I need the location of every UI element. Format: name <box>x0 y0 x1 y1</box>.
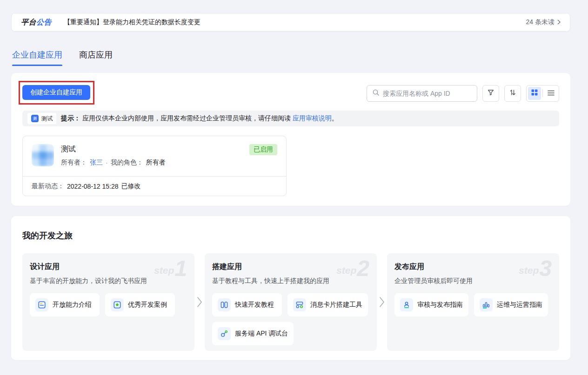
app-card[interactable]: 测试 所有者： 张三 · 我的角色： 所有者 已启用 最新动态： 2022-08… <box>22 136 287 196</box>
watermark-step-number: 3 <box>539 259 552 277</box>
search-icon <box>372 89 380 98</box>
status-badge-enabled: 已启用 <box>249 144 277 155</box>
ops-operation-guide-button[interactable]: 运维与运营指南 <box>474 293 548 316</box>
watermark-step-number: 1 <box>174 259 187 277</box>
step1-desc: 基于丰富的开放能力，设计我的飞书应用 <box>30 277 187 285</box>
view-toggle-group <box>526 85 559 102</box>
message-card-icon <box>293 298 306 311</box>
link-label: 消息卡片搭建工具 <box>310 301 362 309</box>
brand-dark-text: 平台 <box>21 18 36 26</box>
grid-view-icon <box>531 89 538 98</box>
open-capability-intro-button[interactable]: 开放能力介绍 <box>30 293 100 316</box>
step-chevron-icon <box>379 296 385 308</box>
step2-desc: 基于教程与工具，快速上手搭建我的应用 <box>212 277 369 285</box>
toolbar-controls <box>367 85 559 102</box>
step3-desc: 企业管理员审核后即可使用 <box>394 277 552 285</box>
link-label: 快速开发教程 <box>235 301 274 309</box>
toggle-divider <box>542 90 543 97</box>
meta-separator: · <box>106 159 108 166</box>
activity-time: 2022-08-12 15:28 <box>67 183 119 190</box>
step-card-design: step1 设计应用 基于丰富的开放能力，设计我的飞书应用 开放能力介绍 <box>22 253 194 351</box>
create-self-built-app-button[interactable]: 创建企业自建应用 <box>22 85 90 100</box>
review-guide-link[interactable]: 应用审核说明 <box>293 114 332 122</box>
tip-bar: 测 测试 提示： 应用仅供本企业内部使用，应用发布需经过企业管理员审核，请仔细阅… <box>22 111 559 126</box>
role-label: 我的角色： <box>111 158 143 167</box>
link-label: 开放能力介绍 <box>53 301 92 309</box>
step-card-publish: step3 发布应用 企业管理员审核后即可使用 审核与发布指南 <box>387 253 559 351</box>
activity-label: 最新动态： <box>32 182 64 191</box>
tab-self-built-apps[interactable]: 企业自建应用 <box>12 49 62 66</box>
activity-status: 已修改 <box>121 182 141 191</box>
step2-watermark: step2 <box>336 259 369 277</box>
journey-title: 我的开发之旅 <box>22 230 559 241</box>
test-app-chip: 测 测试 <box>27 113 56 124</box>
server-api-debugger-button[interactable]: 服务端 API 调试台 <box>212 322 294 345</box>
platform-announcement-logo: 平台公告 <box>21 18 52 27</box>
owner-label: 所有者： <box>61 158 87 167</box>
app-card-activity: 最新动态： 2022-08-12 15:28 已修改 <box>23 176 286 196</box>
watermark-step-text: step <box>519 265 539 275</box>
brand-accent-text: 公告 <box>36 18 52 26</box>
message-card-builder-button[interactable]: 消息卡片搭建工具 <box>287 293 368 316</box>
test-app-chip-label: 测试 <box>41 115 53 123</box>
list-view-icon <box>548 89 555 98</box>
search-input[interactable] <box>383 90 472 97</box>
app-info: 测试 所有者： 张三 · 我的角色： 所有者 <box>61 144 242 167</box>
tip-body: 应用仅供本企业内部使用，应用发布需经过企业管理员审核，请仔细阅读 <box>82 114 291 122</box>
doc-icon <box>35 298 48 311</box>
role-value: 所有者 <box>146 158 166 167</box>
filter-button[interactable] <box>482 85 499 102</box>
step3-watermark: step3 <box>519 259 552 277</box>
sort-button[interactable] <box>504 85 521 102</box>
developer-console-page: 平台公告 【重要通知】登录能力相关凭证的数据长度变更 24 条未读 企业自建应用… <box>0 0 588 375</box>
app-meta: 所有者： 张三 · 我的角色： 所有者 <box>61 158 242 167</box>
showcase-cases-button[interactable]: 优秀开发案例 <box>105 293 175 316</box>
announcement-bar: 平台公告 【重要通知】登录能力相关凭证的数据长度变更 24 条未读 <box>11 13 570 32</box>
journey-panel: 我的开发之旅 step1 设计应用 基于丰富的开放能力，设计我的飞书应用 开放能… <box>11 216 570 360</box>
journey-steps-row: step1 设计应用 基于丰富的开放能力，设计我的飞书应用 开放能力介绍 <box>22 253 559 351</box>
sort-icon <box>509 89 516 98</box>
step2-links: 快速开发教程 消息卡片搭建工具 服务端 API 调试台 <box>212 293 369 345</box>
quick-dev-tutorial-button[interactable]: 快速开发教程 <box>212 293 282 316</box>
link-label: 优秀开发案例 <box>128 301 167 309</box>
link-label: 服务端 API 调试台 <box>235 329 288 338</box>
list-view-option[interactable] <box>544 87 557 100</box>
review-publish-guide-button[interactable]: 审核与发布指南 <box>394 293 468 316</box>
funnel-icon <box>487 89 494 98</box>
test-app-avatar: 测 <box>31 115 39 122</box>
app-name: 测试 <box>61 145 242 154</box>
apps-panel: 创建企业自建应用 <box>11 73 570 206</box>
owner-name-link[interactable]: 张三 <box>90 158 103 167</box>
step1-watermark: step1 <box>154 259 187 277</box>
ops-chart-icon <box>480 298 493 311</box>
tip-suffix: 。 <box>332 114 338 122</box>
apps-toolbar: 创建企业自建应用 <box>22 85 559 102</box>
book-icon <box>218 298 231 311</box>
step3-links: 审核与发布指南 运维与运营指南 <box>394 293 552 316</box>
tip-text: 提示： 应用仅供本企业内部使用，应用发布需经过企业管理员审核，请仔细阅读 应用审… <box>61 114 338 123</box>
link-label: 审核与发布指南 <box>417 301 463 309</box>
app-type-tabs: 企业自建应用 商店应用 <box>12 49 113 66</box>
watermark-step-text: step <box>336 265 356 275</box>
api-debug-icon <box>218 327 231 340</box>
unread-count-text: 24 条未读 <box>526 18 555 26</box>
tab-store-apps[interactable]: 商店应用 <box>79 49 113 66</box>
step1-links: 开放能力介绍 优秀开发案例 <box>30 293 187 316</box>
step-chevron-icon <box>197 296 202 308</box>
unread-count-link[interactable]: 24 条未读 <box>526 18 561 26</box>
tip-prefix: 提示： <box>61 114 80 122</box>
app-card-top: 测试 所有者： 张三 · 我的角色： 所有者 已启用 <box>23 136 286 176</box>
watermark-step-text: step <box>154 265 174 275</box>
star-icon <box>111 298 124 311</box>
announcement-message: 【重要通知】登录能力相关凭证的数据长度变更 <box>64 18 526 26</box>
watermark-step-number: 2 <box>357 259 369 277</box>
chevron-right-icon <box>557 19 561 26</box>
step-card-build: step2 搭建应用 基于教程与工具，快速上手搭建我的应用 快速开发教程 <box>205 253 377 351</box>
search-box <box>367 85 477 102</box>
link-label: 运维与运营指南 <box>497 301 542 309</box>
create-button-wrap: 创建企业自建应用 <box>22 85 90 100</box>
review-stamp-icon <box>400 298 413 311</box>
grid-view-option[interactable] <box>528 87 541 100</box>
app-avatar <box>32 144 54 166</box>
